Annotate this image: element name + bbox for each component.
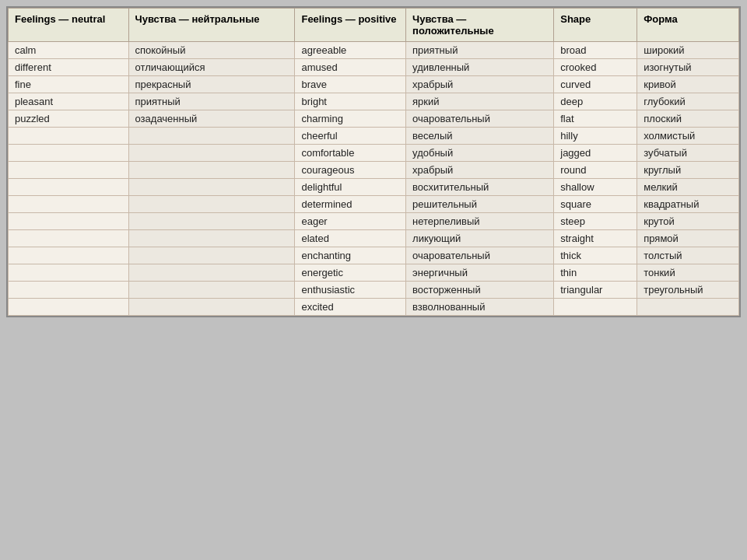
table-cell: comfortable — [295, 145, 406, 162]
table-cell: холмистый — [637, 128, 739, 145]
table-cell: озадаченный — [128, 110, 295, 128]
table-cell: jagged — [554, 145, 637, 162]
table-cell: восхитительный — [406, 179, 554, 196]
table-cell — [128, 282, 295, 299]
table-cell: cheerful — [295, 128, 406, 145]
header-feelings-neutral: Feelings — neutral — [9, 9, 129, 42]
table-cell: bright — [295, 93, 406, 110]
table-cell: flat — [554, 110, 637, 128]
table-row: differentотличающийсяamusedудивленныйcro… — [9, 59, 739, 76]
header-chuvstva-neutral: Чувства — нейтральные — [128, 9, 295, 42]
table-cell: квадратный — [637, 196, 739, 213]
table-row: pleasantприятныйbrightяркийdeepглубокий — [9, 93, 739, 110]
table-cell: excited — [295, 299, 406, 316]
table-cell: delightful — [295, 179, 406, 196]
table-cell — [9, 247, 129, 264]
table-cell: ликующий — [406, 230, 554, 247]
table-cell: energetic — [295, 264, 406, 282]
table-row: calmспокойныйagreeableприятныйbroadширок… — [9, 42, 739, 59]
header-forma: Форма — [637, 9, 739, 42]
table-cell: храбрый — [406, 162, 554, 179]
table-row: courageousхрабрыйroundкруглый — [9, 162, 739, 179]
table-cell: изогнутый — [637, 59, 739, 76]
table-cell: удивленный — [406, 59, 554, 76]
table-cell — [128, 179, 295, 196]
table-cell — [9, 299, 129, 316]
table-row: enchantingочаровательныйthickтолстый — [9, 247, 739, 264]
table-cell: pleasant — [9, 93, 129, 110]
table-cell: shallow — [554, 179, 637, 196]
table-cell — [128, 162, 295, 179]
table-cell: очаровательный — [406, 247, 554, 264]
table-cell: curved — [554, 76, 637, 93]
table-cell: восторженный — [406, 282, 554, 299]
table-row: excitedвзволнованный — [9, 299, 739, 316]
table-cell: энергичный — [406, 264, 554, 282]
table-cell: puzzled — [9, 110, 129, 128]
table-cell: round — [554, 162, 637, 179]
table-cell: elated — [295, 230, 406, 247]
table-cell — [128, 145, 295, 162]
table-cell: зубчатый — [637, 145, 739, 162]
table-cell: hilly — [554, 128, 637, 145]
table-cell: enchanting — [295, 247, 406, 264]
table-cell: crooked — [554, 59, 637, 76]
table-cell — [9, 162, 129, 179]
table-cell: determined — [295, 196, 406, 213]
table-cell: круглый — [637, 162, 739, 179]
table-row: fineпрекрасныйbraveхрабрыйcurvedкривой — [9, 76, 739, 93]
table-cell: enthusiastic — [295, 282, 406, 299]
table-cell: кривой — [637, 76, 739, 93]
table-cell: крутой — [637, 213, 739, 230]
table-cell: взволнованный — [406, 299, 554, 316]
table-cell — [9, 264, 129, 282]
table-cell — [9, 230, 129, 247]
table-row: determinedрешительныйsquareквадратный — [9, 196, 739, 213]
table-cell: тонкий — [637, 264, 739, 282]
table-cell: calm — [9, 42, 129, 59]
table-cell: решительный — [406, 196, 554, 213]
table-row: eagerнетерпеливыйsteepкрутой — [9, 213, 739, 230]
table-cell: мелкий — [637, 179, 739, 196]
table-cell: brave — [295, 76, 406, 93]
table-cell: плоский — [637, 110, 739, 128]
table-cell: треугольный — [637, 282, 739, 299]
table-cell — [128, 299, 295, 316]
table-row: comfortableудобныйjaggedзубчатый — [9, 145, 739, 162]
table-row: enthusiasticвосторженныйtriangularтреуго… — [9, 282, 739, 299]
table-cell: храбрый — [406, 76, 554, 93]
table-cell: спокойный — [128, 42, 295, 59]
table-cell: глубокий — [637, 93, 739, 110]
table-cell: eager — [295, 213, 406, 230]
table-cell — [128, 128, 295, 145]
table-cell: courageous — [295, 162, 406, 179]
vocabulary-table: Feelings — neutral Чувства — нейтральные… — [8, 8, 739, 316]
table-cell: fine — [9, 76, 129, 93]
table-cell: steep — [554, 213, 637, 230]
table-cell: triangular — [554, 282, 637, 299]
table-cell: broad — [554, 42, 637, 59]
table-cell: отличающийся — [128, 59, 295, 76]
table-cell: веселый — [406, 128, 554, 145]
table-cell — [128, 264, 295, 282]
table-cell: agreeable — [295, 42, 406, 59]
table-cell: amused — [295, 59, 406, 76]
table-cell: широкий — [637, 42, 739, 59]
table-cell — [9, 196, 129, 213]
table-cell: thin — [554, 264, 637, 282]
table-cell — [128, 213, 295, 230]
header-shape: Shape — [554, 9, 637, 42]
table-cell — [9, 179, 129, 196]
table-cell — [128, 247, 295, 264]
table-cell: thick — [554, 247, 637, 264]
table-cell: deep — [554, 93, 637, 110]
table-cell: приятный — [406, 42, 554, 59]
main-window: Feelings — neutral Чувства — нейтральные… — [6, 6, 741, 317]
table-cell — [128, 230, 295, 247]
table-cell: different — [9, 59, 129, 76]
table-cell: square — [554, 196, 637, 213]
table-cell: приятный — [128, 93, 295, 110]
table-row: puzzledозадаченныйcharmingочаровательный… — [9, 110, 739, 128]
table-row: delightfulвосхитительныйshallowмелкий — [9, 179, 739, 196]
table-row: energeticэнергичныйthinтонкий — [9, 264, 739, 282]
